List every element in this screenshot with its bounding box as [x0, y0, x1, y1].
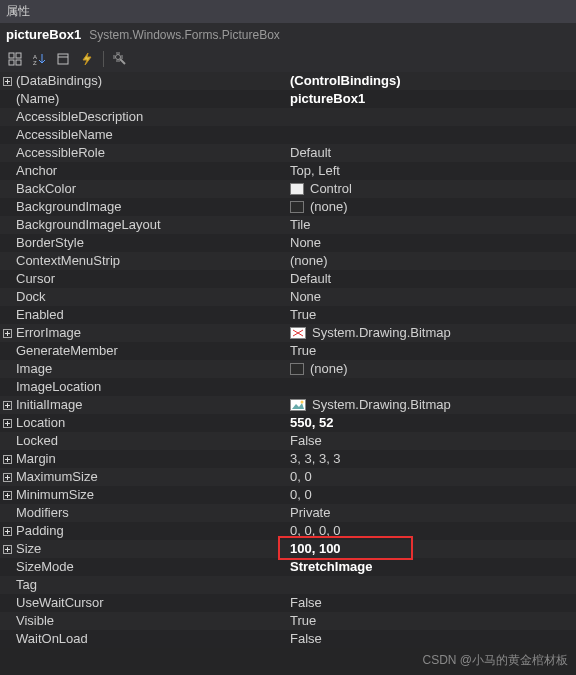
property-value-text: (none): [310, 360, 348, 378]
property-value[interactable]: Top, Left: [290, 162, 576, 180]
property-row[interactable]: BackgroundImage(none): [0, 198, 576, 216]
svg-rect-1: [16, 53, 21, 58]
property-row[interactable]: WaitOnLoadFalse: [0, 630, 576, 648]
property-row[interactable]: AnchorTop, Left: [0, 162, 576, 180]
property-row[interactable]: Location550, 52: [0, 414, 576, 432]
svg-rect-2: [9, 60, 14, 65]
property-row[interactable]: SizeModeStretchImage: [0, 558, 576, 576]
property-value-text: None: [290, 234, 321, 252]
property-value[interactable]: False: [290, 594, 576, 612]
events-button[interactable]: [77, 49, 97, 69]
property-value[interactable]: False: [290, 630, 576, 648]
property-value-text: True: [290, 342, 316, 360]
property-value[interactable]: 3, 3, 3, 3: [290, 450, 576, 468]
expander-icon[interactable]: [0, 329, 14, 338]
property-row[interactable]: Image(none): [0, 360, 576, 378]
properties-button[interactable]: [53, 49, 73, 69]
expander-icon[interactable]: [0, 545, 14, 554]
expander-icon[interactable]: [0, 473, 14, 482]
property-name: Location: [14, 414, 290, 432]
property-row[interactable]: CursorDefault: [0, 270, 576, 288]
initial-image-icon: [290, 399, 306, 411]
property-value-text: None: [290, 288, 321, 306]
property-row[interactable]: LockedFalse: [0, 432, 576, 450]
property-row[interactable]: AccessibleDescription: [0, 108, 576, 126]
property-value[interactable]: 100, 100: [290, 540, 576, 558]
property-value[interactable]: Tile: [290, 216, 576, 234]
property-row[interactable]: AccessibleRoleDefault: [0, 144, 576, 162]
property-value-text: (ControlBindings): [290, 72, 400, 90]
property-value[interactable]: None: [290, 288, 576, 306]
property-row[interactable]: VisibleTrue: [0, 612, 576, 630]
property-row[interactable]: Size100, 100: [0, 540, 576, 558]
property-value[interactable]: Default: [290, 144, 576, 162]
property-name: WaitOnLoad: [14, 630, 290, 648]
property-value-text: System.Drawing.Bitmap: [312, 396, 451, 414]
property-value[interactable]: StretchImage: [290, 558, 576, 576]
property-value-text: True: [290, 306, 316, 324]
property-value[interactable]: (none): [290, 252, 576, 270]
svg-rect-6: [58, 54, 68, 64]
color-swatch-icon: [290, 183, 304, 195]
expander-icon[interactable]: [0, 491, 14, 500]
property-value[interactable]: (none): [290, 360, 576, 378]
property-row[interactable]: UseWaitCursorFalse: [0, 594, 576, 612]
property-value[interactable]: False: [290, 432, 576, 450]
property-row[interactable]: DockNone: [0, 288, 576, 306]
property-value[interactable]: 550, 52: [290, 414, 576, 432]
expander-icon[interactable]: [0, 419, 14, 428]
property-name: (DataBindings): [14, 72, 290, 90]
svg-point-23: [301, 401, 304, 404]
property-value[interactable]: 0, 0: [290, 486, 576, 504]
property-row[interactable]: GenerateMemberTrue: [0, 342, 576, 360]
property-row[interactable]: AccessibleName: [0, 126, 576, 144]
categorized-button[interactable]: [5, 49, 25, 69]
property-row[interactable]: Tag: [0, 576, 576, 594]
property-name: Padding: [14, 522, 290, 540]
expander-icon[interactable]: [0, 77, 14, 86]
property-row[interactable]: BackColorControl: [0, 180, 576, 198]
property-row[interactable]: (DataBindings)(ControlBindings): [0, 72, 576, 90]
property-value[interactable]: pictureBox1: [290, 90, 576, 108]
property-value[interactable]: None: [290, 234, 576, 252]
property-value[interactable]: Default: [290, 270, 576, 288]
property-row[interactable]: ContextMenuStrip(none): [0, 252, 576, 270]
property-value[interactable]: True: [290, 612, 576, 630]
property-row[interactable]: BorderStyleNone: [0, 234, 576, 252]
property-row[interactable]: MaximumSize0, 0: [0, 468, 576, 486]
property-row[interactable]: MinimumSize0, 0: [0, 486, 576, 504]
property-name: Tag: [14, 576, 290, 594]
property-value[interactable]: Private: [290, 504, 576, 522]
property-value[interactable]: (ControlBindings): [290, 72, 576, 90]
property-row[interactable]: ErrorImageSystem.Drawing.Bitmap: [0, 324, 576, 342]
object-header[interactable]: pictureBox1 System.Windows.Forms.Picture…: [0, 23, 576, 46]
expander-icon[interactable]: [0, 455, 14, 464]
property-value[interactable]: System.Drawing.Bitmap: [290, 324, 576, 342]
property-row[interactable]: BackgroundImageLayoutTile: [0, 216, 576, 234]
expander-icon[interactable]: [0, 527, 14, 536]
alphabetical-button[interactable]: AZ: [29, 49, 49, 69]
property-value[interactable]: System.Drawing.Bitmap: [290, 396, 576, 414]
property-value[interactable]: True: [290, 342, 576, 360]
property-pages-button[interactable]: [110, 49, 130, 69]
property-value-text: False: [290, 630, 322, 648]
property-row[interactable]: (Name)pictureBox1: [0, 90, 576, 108]
property-row[interactable]: ModifiersPrivate: [0, 504, 576, 522]
property-row[interactable]: EnabledTrue: [0, 306, 576, 324]
property-row[interactable]: Margin3, 3, 3, 3: [0, 450, 576, 468]
property-row[interactable]: Padding0, 0, 0, 0: [0, 522, 576, 540]
property-value[interactable]: True: [290, 306, 576, 324]
property-value[interactable]: (none): [290, 198, 576, 216]
property-value[interactable]: 0, 0: [290, 468, 576, 486]
toolbar: AZ: [0, 46, 576, 72]
error-image-icon: [290, 327, 306, 339]
property-value[interactable]: 0, 0, 0, 0: [290, 522, 576, 540]
property-name: BackgroundImage: [14, 198, 290, 216]
property-value[interactable]: Control: [290, 180, 576, 198]
property-row[interactable]: ImageLocation: [0, 378, 576, 396]
property-row[interactable]: InitialImageSystem.Drawing.Bitmap: [0, 396, 576, 414]
property-name: GenerateMember: [14, 342, 290, 360]
expander-icon[interactable]: [0, 401, 14, 410]
property-value-text: 3, 3, 3, 3: [290, 450, 341, 468]
property-grid[interactable]: (DataBindings)(ControlBindings)(Name)pic…: [0, 72, 576, 648]
